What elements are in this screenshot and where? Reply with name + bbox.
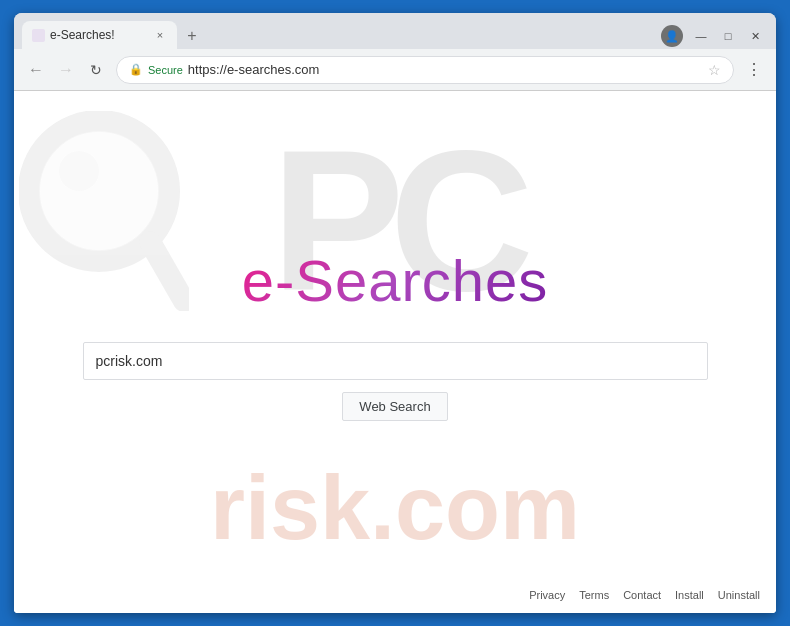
back-button[interactable]: ← bbox=[22, 56, 50, 84]
browser-window: e-Searches! × + 👤 — □ ✕ ← → ↻ 🔒 Secure h… bbox=[14, 13, 776, 613]
maximize-button[interactable]: □ bbox=[715, 26, 741, 46]
tab-close-icon[interactable]: × bbox=[153, 28, 167, 42]
close-button[interactable]: ✕ bbox=[742, 26, 768, 46]
tab-bar: e-Searches! × + 👤 — □ ✕ bbox=[14, 13, 776, 49]
footer-contact-link[interactable]: Contact bbox=[623, 589, 661, 601]
page-content: PC risk.com e-Searches Web Search Privac… bbox=[14, 91, 776, 613]
tab-title: e-Searches! bbox=[50, 28, 148, 42]
search-section: e-Searches Web Search bbox=[14, 91, 776, 577]
forward-button[interactable]: → bbox=[52, 56, 80, 84]
secure-lock-icon: 🔒 bbox=[129, 63, 143, 76]
address-url: https://e-searches.com bbox=[188, 62, 703, 77]
secure-label: Secure bbox=[148, 64, 183, 76]
search-button[interactable]: Web Search bbox=[342, 392, 447, 421]
footer: Privacy Terms Contact Install Uninstall bbox=[14, 577, 776, 613]
active-tab[interactable]: e-Searches! × bbox=[22, 21, 177, 49]
window-controls: 👤 — □ ✕ bbox=[661, 25, 768, 49]
footer-uninstall-link[interactable]: Uninstall bbox=[718, 589, 760, 601]
browser-menu-button[interactable]: ⋮ bbox=[740, 56, 768, 84]
nav-bar: ← → ↻ 🔒 Secure https://e-searches.com ☆ … bbox=[14, 49, 776, 91]
footer-privacy-link[interactable]: Privacy bbox=[529, 589, 565, 601]
footer-terms-link[interactable]: Terms bbox=[579, 589, 609, 601]
browser-outer-frame: e-Searches! × + 👤 — □ ✕ ← → ↻ 🔒 Secure h… bbox=[0, 0, 790, 626]
tab-favicon bbox=[32, 29, 45, 42]
search-input[interactable] bbox=[83, 342, 708, 380]
minimize-button[interactable]: — bbox=[688, 26, 714, 46]
site-logo: e-Searches bbox=[242, 247, 549, 314]
search-form: Web Search bbox=[83, 342, 708, 421]
account-icon[interactable]: 👤 bbox=[661, 25, 683, 47]
new-tab-btn[interactable]: + bbox=[179, 23, 205, 49]
footer-install-link[interactable]: Install bbox=[675, 589, 704, 601]
address-bar[interactable]: 🔒 Secure https://e-searches.com ☆ bbox=[116, 56, 734, 84]
refresh-button[interactable]: ↻ bbox=[82, 56, 110, 84]
bookmark-icon[interactable]: ☆ bbox=[708, 62, 721, 78]
